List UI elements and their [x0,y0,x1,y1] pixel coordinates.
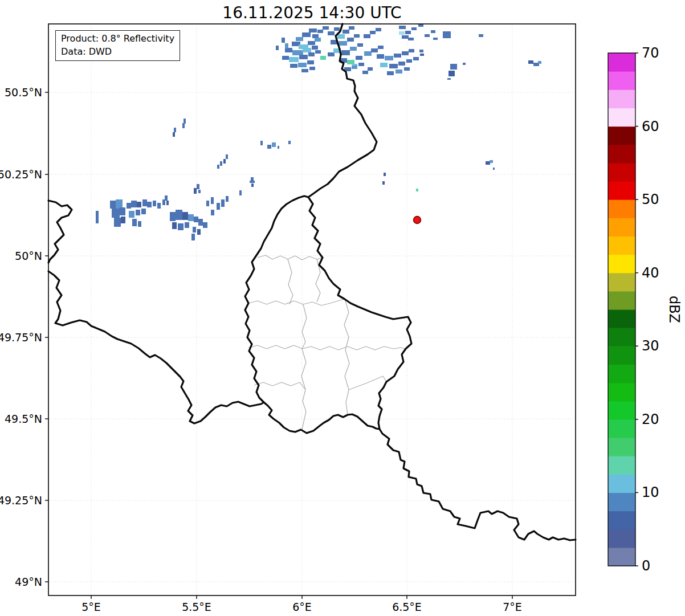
radar-echo-cell [398,62,405,66]
axes: 5°E5.5°E6°E6.5°E7°E50.5°N50.25°N50°N49.7… [0,24,576,613]
radar-echo-cell [380,63,388,67]
colorbar-unit-label: dBZ [657,292,685,327]
radar-echo-cell [172,222,177,229]
radar-echo-cell [184,119,186,124]
colorbar-segment [608,492,635,511]
radar-echo-cell [347,60,354,64]
x-tick-label: 7°E [503,601,522,613]
radar-echo-cell [191,234,195,240]
radar-echo-cell [405,31,411,34]
colorbar-segment [608,145,635,164]
radar-echo-cell [114,218,121,227]
colorbar-tick-label: 50 [642,191,659,207]
radar-echo-cell [288,141,291,144]
radar-echo-cell [220,161,222,166]
radar-echo-cell [384,173,386,176]
radar-echo-cell [399,31,405,35]
radar-echo-cell [315,50,321,54]
radar-echo-cell [370,31,376,34]
radar-echo-cell [138,221,141,227]
colorbar-segment [608,255,635,274]
radar-echo-cell [323,26,329,30]
radar-echo-cell [285,43,288,48]
colorbar-segment [608,127,635,145]
colorbar-segment [608,218,635,236]
radar-echo-cell [394,54,401,58]
radar-echo-cell [420,54,424,56]
colorbar-segment [608,511,635,530]
radar-echo-cell [382,181,385,185]
radar-echo-cell [307,60,314,64]
product-label: Product: 0.8° Reflectivity [61,32,174,46]
radar-echo-cell [96,211,99,223]
x-tick-label: 6.5°E [392,601,422,613]
france-germany [380,429,576,540]
radar-echo-cell [433,38,438,40]
radar-echo-cell [182,123,185,128]
colorbar-segment [608,309,635,328]
radar-echo-cell [221,199,225,207]
colorbar-segment [608,419,635,438]
radar-echo-cell [339,41,347,46]
radar-echo-cell [217,203,220,210]
plot-frame [48,24,576,595]
radar-echo-cell [358,63,364,66]
radar-echo-cell [493,168,495,170]
radar-echo-cell [448,71,455,76]
radar-echo-cell [223,159,226,164]
radar-echo-cell [116,199,123,209]
radar-echo-cell [296,37,303,41]
radar-echo-cell [141,209,146,214]
gridlines [48,24,576,595]
colorbar-segment [608,163,635,182]
colorbar-segment [608,108,635,127]
colorbar-segment [608,438,635,456]
colorbar: 010203040506070 [608,45,659,574]
radar-echo-cell [239,190,242,195]
y-tick-label: 50°N [15,250,42,262]
radar-echo-cell [406,59,412,63]
radar-echo-cell [308,52,315,56]
colorbar-segment [608,383,635,402]
radar-echo-cell [132,219,137,226]
y-tick-label: 49.25°N [0,494,42,507]
radar-echo-cell [121,217,125,223]
colorbar-segment [608,364,635,383]
radar-echo-cell [120,207,125,215]
colorbar-segment [608,401,635,420]
radar-echo-cell [364,34,370,38]
radar-echo-cell [378,46,384,49]
canton-border-line [248,299,345,305]
radar-echo-cell [431,30,435,33]
colorbar-tick-label: 60 [642,119,659,134]
radar-echo-cell [292,50,303,55]
map-canvas: 5°E5.5°E6°E6.5°E7°E50.5°N50.25°N50°N49.7… [0,0,685,616]
radar-echo-cell [364,51,372,56]
radar-echo-cell [315,38,321,42]
radar-echo-cell [153,201,156,206]
product-annotation-box: Product: 0.8° Reflectivity Data: DWD [55,30,180,61]
radar-echo-cell [317,30,323,33]
radar-figure: 16.11.2025 14:30 UTC 5°E5.5°E6°E6.5°E7°E… [0,0,685,616]
radar-echo-cell [197,184,199,189]
radar-echo-cell [289,57,299,62]
radar-echo-cell [299,55,308,59]
radar-echo-cell [399,26,406,29]
radar-echo-cell [362,71,368,74]
radar-echo-cell [302,32,311,37]
radar-echo-cell [285,48,292,52]
radar-echo-cell [226,154,228,159]
belgium-france [48,271,264,423]
radar-echo-cell [301,69,308,72]
colorbar-segment [608,474,635,493]
canton-border-line [349,376,386,390]
radar-echo-cell [402,51,409,55]
colorbar-segment [608,53,635,72]
radar-echo-cell [538,61,541,64]
radar-echo-cell [402,35,409,39]
radar-echo-cell [170,212,176,221]
radar-echo-cell [343,30,349,34]
colorbar-tick-label: 30 [642,338,659,354]
radar-echo-cell [137,202,141,207]
radar-echo-cell [443,31,451,38]
